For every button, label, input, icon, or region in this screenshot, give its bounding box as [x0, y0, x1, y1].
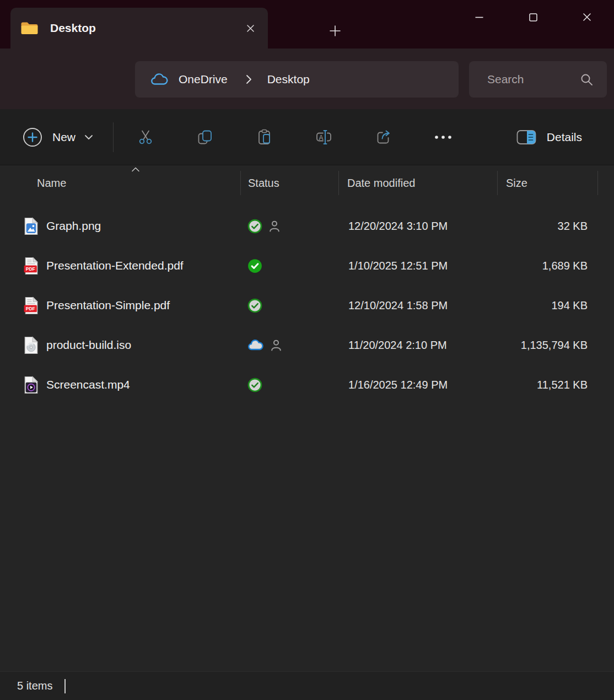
- ellipsis-icon: [434, 134, 453, 140]
- file-size: 1,689 KB: [498, 260, 614, 272]
- file-row[interactable]: PDF: [0, 365, 614, 405]
- folder-icon: [20, 21, 38, 35]
- column-header-size[interactable]: Size: [498, 166, 598, 200]
- svg-text:PDF: PDF: [26, 266, 35, 272]
- details-pane-icon: [516, 130, 537, 145]
- file-size: 194 KB: [498, 299, 614, 312]
- tab-desktop[interactable]: Desktop: [10, 8, 268, 49]
- close-button[interactable]: [560, 0, 614, 34]
- file-size: 11,521 KB: [498, 379, 614, 391]
- breadcrumb-chevron-icon[interactable]: [245, 74, 252, 85]
- file-date-modified: 1/10/2025 12:51 PM: [339, 260, 498, 272]
- file-name: product-build.iso: [46, 338, 131, 352]
- tab-title: Desktop: [50, 21, 240, 35]
- command-toolbar: New A: [0, 109, 614, 165]
- file-size: 32 KB: [498, 220, 614, 233]
- new-tab-button[interactable]: [325, 21, 345, 41]
- copy-icon: [196, 128, 214, 146]
- video-file-icon: [24, 376, 39, 394]
- shared-person-icon: [269, 338, 283, 352]
- file-row[interactable]: PDF: [0, 206, 614, 246]
- new-button[interactable]: New: [18, 120, 101, 155]
- file-date-modified: 11/20/2024 2:10 PM: [339, 339, 498, 352]
- search-placeholder: Search: [487, 73, 579, 86]
- iso-file-icon: [24, 336, 39, 354]
- titlebar: Desktop: [0, 0, 614, 49]
- file-name: Graph.png: [46, 219, 101, 233]
- status-synced-icon: [247, 378, 262, 392]
- paste-button[interactable]: [247, 120, 282, 155]
- minimize-button[interactable]: [452, 0, 506, 34]
- search-icon[interactable]: [579, 72, 594, 87]
- svg-text:PDF: PDF: [26, 306, 35, 311]
- status-bar-divider: [64, 679, 66, 693]
- share-button[interactable]: [366, 120, 401, 155]
- onedrive-cloud-icon: [150, 73, 169, 86]
- items-count: 5 items: [17, 680, 52, 692]
- rename-icon: A: [315, 128, 333, 147]
- address-bar[interactable]: OneDrive Desktop: [135, 61, 459, 98]
- file-list: PDF: [0, 206, 614, 405]
- details-button[interactable]: Details: [511, 120, 588, 155]
- column-header-name[interactable]: Name: [0, 166, 241, 200]
- status-cloud-only-icon: [247, 339, 264, 352]
- share-icon: [374, 128, 393, 147]
- maximize-button[interactable]: [506, 0, 560, 34]
- cut-button[interactable]: [128, 120, 163, 155]
- file-date-modified: 12/20/2024 3:10 PM: [339, 220, 498, 233]
- file-row[interactable]: PDF: [0, 325, 614, 365]
- file-date-modified: 1/16/2025 12:49 PM: [339, 379, 498, 391]
- search-box[interactable]: Search: [469, 61, 607, 98]
- status-synced-icon: [247, 298, 262, 313]
- more-options-button[interactable]: [426, 120, 461, 155]
- file-size: 1,135,794 KB: [498, 339, 614, 352]
- file-row[interactable]: PDF: [0, 286, 614, 325]
- window-controls: [452, 0, 614, 34]
- status-synced-icon: [247, 219, 262, 234]
- column-headers: Name Status Date modified Size: [0, 166, 614, 200]
- breadcrumb-onedrive[interactable]: OneDrive: [179, 73, 228, 86]
- tab-close-icon[interactable]: [240, 18, 260, 38]
- file-name: Screencast.mp4: [46, 378, 130, 391]
- pdf-file-icon: PDF: [24, 257, 39, 275]
- status-bar: 5 items: [0, 671, 614, 700]
- breadcrumb-desktop[interactable]: Desktop: [267, 73, 310, 86]
- paste-icon: [256, 128, 273, 146]
- chevron-down-icon: [84, 134, 93, 140]
- sort-ascending-icon: [131, 167, 140, 172]
- new-button-label: New: [52, 131, 76, 144]
- file-date-modified: 12/10/2024 1:58 PM: [339, 299, 498, 312]
- file-name: Presentation-Simple.pdf: [46, 299, 170, 312]
- file-name: Presentation-Extended.pdf: [46, 259, 184, 272]
- rename-button[interactable]: A: [306, 120, 342, 155]
- svg-text:A: A: [319, 133, 324, 141]
- image-file-icon: [24, 217, 39, 235]
- column-header-date-modified[interactable]: Date modified: [339, 166, 498, 200]
- pdf-file-icon: PDF: [24, 297, 39, 315]
- status-always-available-icon: [247, 259, 262, 273]
- navigation-bar: OneDrive Desktop Search: [0, 49, 614, 109]
- toolbar-divider: [113, 122, 114, 152]
- column-header-status[interactable]: Status: [241, 166, 339, 200]
- file-row[interactable]: PDF: [0, 246, 614, 286]
- details-button-label: Details: [547, 131, 582, 144]
- copy-button[interactable]: [187, 120, 223, 155]
- shared-person-icon: [267, 219, 282, 233]
- add-circle-icon: [21, 126, 44, 148]
- cut-icon: [137, 128, 154, 146]
